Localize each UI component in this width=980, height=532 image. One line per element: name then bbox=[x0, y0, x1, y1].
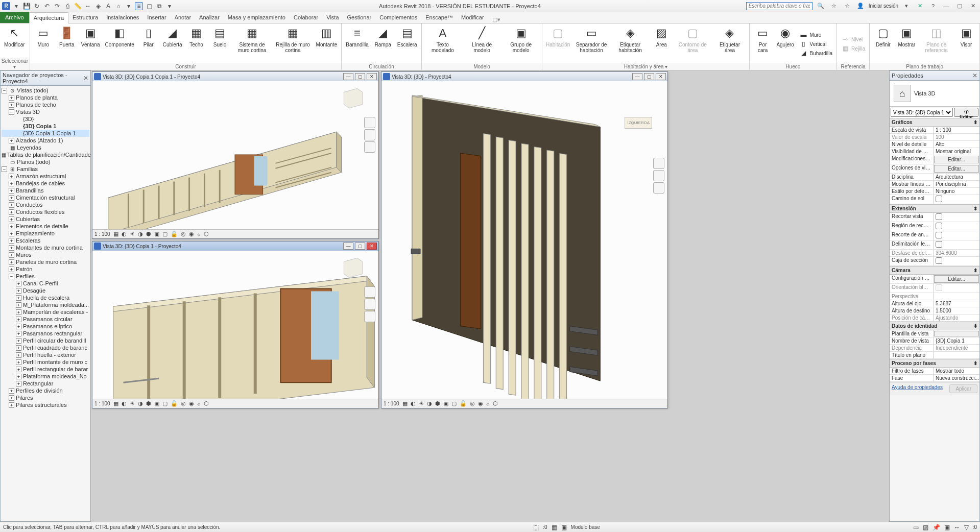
expand-icon[interactable]: + bbox=[16, 324, 21, 329]
shadow-icon[interactable]: ◑ bbox=[138, 400, 143, 407]
tree-node[interactable]: {3D} bbox=[2, 115, 89, 123]
project-tree[interactable]: −⊙Vistas (todo)+Planos de planta+Planos … bbox=[1, 86, 90, 409]
property-category[interactable]: Cámara⬍ bbox=[890, 266, 979, 275]
expand-icon[interactable]: + bbox=[16, 352, 21, 358]
tab-anotar[interactable]: Anotar bbox=[171, 12, 195, 23]
property-checkbox[interactable] bbox=[934, 195, 979, 204]
tree-node[interactable]: +Pasamanos elíptico bbox=[2, 323, 89, 330]
tree-node[interactable]: +Plataforma moldeada_No bbox=[2, 373, 89, 380]
scale-label[interactable]: 1 : 100 bbox=[94, 401, 110, 406]
expand-icon[interactable]: + bbox=[9, 174, 14, 179]
type-selector[interactable]: ⌂ Vista 3D bbox=[890, 81, 979, 107]
tree-node[interactable]: ▭Planos (todo) bbox=[2, 158, 89, 165]
view-cube[interactable] bbox=[339, 84, 365, 111]
view-canvas[interactable] bbox=[92, 81, 378, 229]
shadow-icon[interactable]: ◑ bbox=[427, 400, 432, 407]
tree-node[interactable]: +Perfil montante de muro c bbox=[2, 358, 89, 366]
tree-node[interactable]: +Armazón estructural bbox=[2, 173, 89, 180]
tree-node[interactable]: −⊙Vistas (todo) bbox=[2, 87, 89, 94]
view-titlebar[interactable]: Vista 3D: {3D} Copia 1 Copia 1 - Proyect… bbox=[92, 72, 378, 81]
close-button[interactable]: ✕ bbox=[656, 73, 666, 80]
tree-node[interactable]: +Elementos de detalle bbox=[2, 223, 89, 230]
property-edit-button[interactable]: Editar... bbox=[934, 275, 979, 283]
tree-node[interactable]: +Perfil cuadrado de baranc bbox=[2, 344, 89, 351]
texto-modelado-button[interactable]: ATexto modelado bbox=[424, 25, 462, 63]
search-icon[interactable]: 🔍 bbox=[816, 2, 826, 10]
signin-label[interactable]: Iniciar sesión bbox=[869, 3, 898, 9]
property-value[interactable]: 5.3687 bbox=[934, 300, 979, 307]
property-value[interactable]: Alto bbox=[934, 141, 979, 148]
expand-icon[interactable]: + bbox=[16, 288, 21, 294]
steering-wheel[interactable] bbox=[364, 117, 375, 153]
tree-node[interactable]: ▦Tablas de planificación/Cantidades bbox=[2, 151, 89, 158]
select-face-icon[interactable]: ▣ bbox=[944, 524, 950, 531]
minimize-button[interactable]: — bbox=[343, 243, 353, 250]
tree-node[interactable]: {3D} Copia 1 Copia 1 bbox=[2, 130, 89, 137]
view-titlebar[interactable]: Vista 3D: {3D} - Proyecto4 — ▢ ✕ bbox=[381, 72, 667, 81]
tree-node[interactable]: +Patrón bbox=[2, 265, 89, 273]
select-pinned-icon[interactable]: 📌 bbox=[933, 524, 940, 531]
expand-icon[interactable]: + bbox=[16, 317, 21, 322]
file-tab[interactable]: Archivo bbox=[0, 12, 29, 23]
tree-node[interactable]: ▦Leyendas bbox=[2, 144, 89, 151]
redo-icon[interactable]: ↷ bbox=[53, 2, 61, 10]
expand-icon[interactable]: ⬍ bbox=[973, 119, 977, 125]
tree-node[interactable]: +Pilares bbox=[2, 394, 89, 401]
sun-icon[interactable]: ☀ bbox=[130, 231, 135, 237]
design-options-icon[interactable]: ▣ bbox=[561, 524, 567, 531]
view-cube[interactable]: IZQUIERDA bbox=[625, 117, 652, 129]
property-value[interactable]: Por disciplina bbox=[934, 181, 979, 187]
tree-node[interactable]: +Mamperlán de escaleras - bbox=[2, 308, 89, 316]
tree-node[interactable]: −Perfiles bbox=[2, 273, 89, 280]
expand-icon[interactable]: + bbox=[9, 267, 14, 272]
property-category[interactable]: Extensión⬍ bbox=[890, 204, 979, 213]
apply-button[interactable]: Aplicar bbox=[949, 384, 977, 393]
suelo-button[interactable]: ▤Suelo bbox=[209, 25, 231, 63]
lock-icon[interactable]: 🔓 bbox=[171, 400, 178, 407]
sun-icon[interactable]: ☀ bbox=[419, 400, 424, 407]
muro-button[interactable]: ▬Muro bbox=[798, 30, 834, 39]
property-value[interactable]: Nueva construcci... bbox=[934, 375, 979, 381]
tag-icon[interactable]: ◈ bbox=[94, 2, 102, 10]
tab-vista[interactable]: Vista bbox=[322, 12, 343, 23]
maximize-button[interactable]: ▢ bbox=[355, 73, 365, 80]
maximize-button[interactable]: ▢ bbox=[954, 2, 965, 10]
render-icon[interactable]: ⬢ bbox=[146, 400, 151, 407]
expand-icon[interactable]: + bbox=[16, 309, 21, 315]
rejilla-de-muro-cortina-button[interactable]: ▦Rejilla de muro cortina bbox=[273, 25, 313, 63]
property-value[interactable]: Mostrar todo bbox=[934, 368, 979, 374]
worksets-icon[interactable]: ⬚ bbox=[533, 524, 539, 531]
close-button[interactable]: ✕ bbox=[367, 73, 377, 80]
properties-help-link[interactable]: Ayuda de propiedades bbox=[892, 384, 943, 393]
steering-wheel[interactable] bbox=[653, 158, 664, 194]
expand-icon[interactable]: − bbox=[9, 274, 14, 279]
property-checkbox[interactable] bbox=[934, 231, 979, 240]
analytical-icon[interactable]: ⬡ bbox=[204, 231, 209, 237]
sistema-de-muro-cortina-button[interactable]: ▦Sistema de muro cortina bbox=[232, 25, 272, 63]
minimize-button[interactable]: — bbox=[941, 2, 951, 10]
analytical-icon[interactable]: ⬡ bbox=[204, 400, 209, 407]
view-canvas[interactable] bbox=[92, 251, 378, 399]
property-value[interactable]: Arquitectura bbox=[934, 174, 979, 180]
analytical-icon[interactable]: ⬡ bbox=[493, 400, 498, 407]
tree-node[interactable]: {3D} Copia 1 bbox=[2, 123, 89, 130]
área-button[interactable]: ▨Área bbox=[650, 25, 673, 63]
property-category[interactable]: Proceso por fases⬍ bbox=[890, 359, 979, 368]
tree-node[interactable]: +Pasamanos circular bbox=[2, 316, 89, 323]
tree-node[interactable]: +Conductos bbox=[2, 201, 89, 208]
expand-icon[interactable]: + bbox=[9, 245, 14, 251]
tab-arquitectura[interactable]: Arquitectura bbox=[29, 12, 68, 23]
mostrar-button[interactable]: ▣Mostrar bbox=[895, 25, 918, 63]
style-icon[interactable]: ◐ bbox=[411, 400, 416, 407]
view-cube[interactable] bbox=[339, 254, 365, 280]
select-links-icon[interactable]: ▭ bbox=[913, 524, 919, 531]
tab-insertar[interactable]: Insertar bbox=[143, 12, 170, 23]
lock-icon[interactable]: 🔓 bbox=[171, 231, 178, 237]
select-underlay-icon[interactable]: ▨ bbox=[923, 524, 928, 531]
maximize-button[interactable]: ▢ bbox=[355, 243, 365, 250]
expand-icon[interactable]: + bbox=[9, 238, 14, 244]
steering-wheel[interactable] bbox=[364, 286, 375, 322]
línea-de-modelo-button[interactable]: ╱Línea de modelo bbox=[463, 25, 501, 63]
reveal-icon[interactable]: ◉ bbox=[189, 231, 194, 237]
etiquetar-habitación-button[interactable]: ◈Etiquetar habitación bbox=[611, 25, 649, 63]
